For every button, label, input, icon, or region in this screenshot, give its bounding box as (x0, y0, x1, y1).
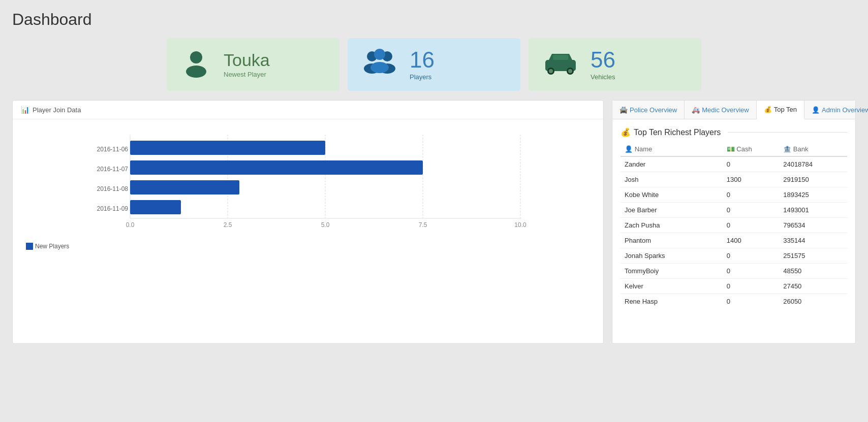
cell-bank: 24018784 (779, 156, 847, 172)
table-row: Rene Hasp 0 26050 (621, 294, 847, 309)
svg-text:2016-11-08: 2016-11-08 (97, 185, 129, 192)
top-ten-title-text: Top Ten Richest Players (634, 128, 721, 137)
vehicles-label: Vehicles (591, 73, 615, 81)
tabs-row: 🚔 Police Overview 🚑 Medic Overview 💰 Top… (612, 101, 855, 119)
cell-cash: 0 (723, 187, 780, 203)
cell-bank: 1493001 (779, 203, 847, 218)
players-value: 16 (410, 49, 435, 71)
vehicles-value: 56 (591, 49, 615, 71)
bar-chart-icon: 📊 (21, 106, 29, 114)
stats-row: Touka Newest Player 16 Players (12, 38, 856, 91)
svg-point-13 (549, 69, 553, 73)
table-row: Joe Barber 0 1493001 (621, 203, 847, 218)
money-icon: 💰 (764, 106, 772, 113)
cell-bank: 26050 (779, 294, 847, 309)
newest-player-label: Newest Player (224, 71, 266, 78)
car-icon (543, 50, 578, 79)
chart-panel-header: 📊 Player Join Data (13, 101, 603, 119)
bank-col-icon: 🏦 (783, 145, 791, 153)
tab-topten-label: Top Ten (774, 106, 797, 113)
players-label: Players (410, 73, 431, 81)
cell-name: Zach Pusha (621, 218, 723, 233)
right-panel: 🚔 Police Overview 🚑 Medic Overview 💰 Top… (612, 100, 856, 344)
person-icon (181, 47, 211, 82)
svg-point-14 (568, 69, 572, 73)
admin-icon: 👤 (812, 106, 820, 114)
table-header-row: 👤 Name 💵 Cash 🏦 Bank (621, 142, 847, 156)
legend-color-box (26, 243, 33, 250)
cell-name: Josh (621, 172, 723, 187)
richest-table: 👤 Name 💵 Cash 🏦 Bank (621, 142, 847, 309)
cell-name: Jonah Sparks (621, 248, 723, 264)
group-icon (362, 47, 397, 82)
svg-rect-31 (130, 180, 239, 194)
cash-col-icon: 💵 (727, 145, 735, 153)
svg-point-0 (190, 51, 202, 63)
cell-cash: 0 (723, 294, 780, 309)
chart-area: 0.0 2.5 5.0 7.5 10.0 2016-11-06 2016-11-… (13, 119, 603, 255)
svg-text:2016-11-09: 2016-11-09 (97, 205, 129, 212)
cell-bank: 2919150 (779, 172, 847, 187)
tab-police-overview[interactable]: 🚔 Police Overview (612, 101, 685, 119)
stat-info-vehicles: 56 Vehicles (591, 49, 615, 81)
cell-name: Kobe White (621, 187, 723, 203)
col-header-name: 👤 Name (621, 142, 723, 156)
cell-cash: 0 (723, 279, 780, 294)
svg-rect-27 (130, 141, 325, 155)
svg-text:5.0: 5.0 (321, 221, 330, 229)
top-ten-money-icon: 💰 (621, 127, 631, 137)
table-row: Josh 1300 2919150 (621, 172, 847, 187)
tab-medic-label: Medic Overview (702, 106, 749, 114)
cell-bank: 27450 (779, 279, 847, 294)
tab-medic-overview[interactable]: 🚑 Medic Overview (685, 101, 756, 119)
table-row: Zach Pusha 0 796534 (621, 218, 847, 233)
person-col-icon: 👤 (625, 145, 633, 153)
tab-top-ten[interactable]: 💰 Top Ten (757, 101, 804, 119)
cell-bank: 48550 (779, 264, 847, 279)
chart-svg: 0.0 2.5 5.0 7.5 10.0 2016-11-06 2016-11-… (21, 129, 595, 241)
cell-cash: 0 (723, 264, 780, 279)
tab-admin-label: Admin Overview (822, 106, 868, 114)
svg-text:10.0: 10.0 (514, 221, 526, 229)
stat-card-players: 16 Players (348, 38, 520, 91)
police-icon: 🚔 (619, 106, 628, 114)
table-row: Phantom 1400 335144 (621, 233, 847, 248)
cell-name: Zander (621, 156, 723, 172)
table-row: Kelver 0 27450 (621, 279, 847, 294)
svg-point-1 (186, 66, 206, 78)
cell-name: Rene Hasp (621, 294, 723, 309)
stat-info-players: 16 Players (410, 49, 435, 81)
page-container: Dashboard Touka Newest Player (0, 0, 868, 422)
stat-info-newest-player: Touka Newest Player (224, 51, 270, 78)
page-title: Dashboard (12, 10, 856, 29)
chart-title: Player Join Data (33, 106, 81, 114)
cell-bank: 251575 (779, 248, 847, 264)
legend-label: New Players (35, 243, 69, 250)
cell-name: Phantom (621, 233, 723, 248)
svg-point-7 (370, 62, 389, 73)
cell-name: Joe Barber (621, 203, 723, 218)
col-header-cash: 💵 Cash (723, 142, 780, 156)
stat-card-newest-player: Touka Newest Player (167, 38, 339, 91)
cell-cash: 0 (723, 156, 780, 172)
cell-cash: 1400 (723, 233, 780, 248)
chart-panel: 📊 Player Join Data 0.0 2.5 (12, 100, 604, 344)
svg-text:2016-11-07: 2016-11-07 (97, 166, 129, 173)
table-row: Jonah Sparks 0 251575 (621, 248, 847, 264)
table-row: TommyBoiy 0 48550 (621, 264, 847, 279)
svg-text:7.5: 7.5 (419, 221, 427, 229)
svg-rect-29 (130, 160, 423, 175)
cell-bank: 1893425 (779, 187, 847, 203)
svg-text:0.0: 0.0 (126, 221, 135, 229)
svg-text:2016-11-06: 2016-11-06 (97, 146, 129, 153)
cell-name: TommyBoiy (621, 264, 723, 279)
cell-name: Kelver (621, 279, 723, 294)
cell-cash: 0 (723, 218, 780, 233)
cell-bank: 335144 (779, 233, 847, 248)
cell-cash: 1300 (723, 172, 780, 187)
chart-legend: New Players (26, 243, 595, 250)
tab-admin-overview[interactable]: 👤 Admin Overview (804, 101, 868, 119)
cell-cash: 0 (723, 203, 780, 218)
svg-rect-33 (130, 200, 181, 214)
col-header-bank: 🏦 Bank (779, 142, 847, 156)
